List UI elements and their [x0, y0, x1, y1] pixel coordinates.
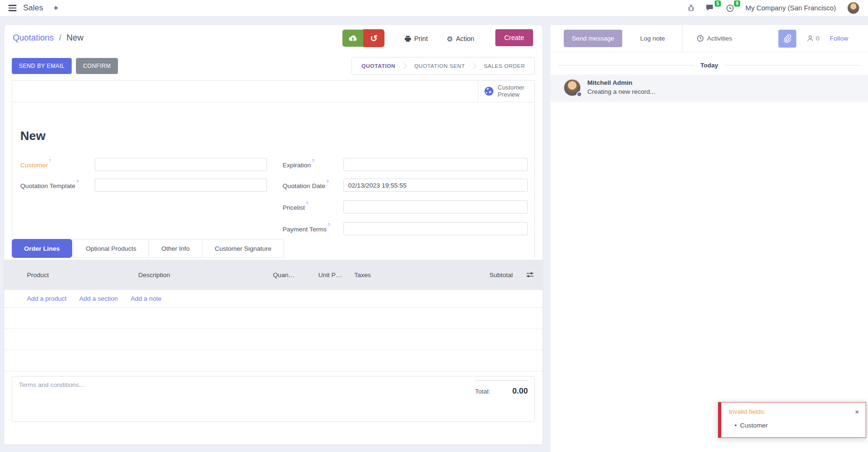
date-divider-label: Today: [701, 62, 718, 69]
empty-list-row: [4, 308, 542, 329]
new-tab-icon[interactable]: +: [54, 3, 58, 13]
top-navbar: Sales + 5 9 My Company (San Francisco): [0, 0, 868, 16]
terms-and-conditions-input[interactable]: [19, 381, 283, 388]
log-note-button[interactable]: Log note: [640, 35, 665, 42]
user-avatar[interactable]: [847, 2, 860, 14]
print-button[interactable]: Print: [404, 35, 428, 42]
breadcrumb-quotations[interactable]: Quotations: [13, 33, 54, 42]
form-sheet: Customer Preview New Customer? Quotation…: [12, 80, 535, 258]
cloud-upload-icon: [348, 35, 358, 42]
quotation-date-input[interactable]: [343, 179, 528, 192]
quotation-template-input[interactable]: [95, 179, 267, 192]
empty-list-row: [4, 350, 542, 371]
schedule-activity-button[interactable]: Activities: [697, 35, 732, 42]
column-description[interactable]: Description: [138, 271, 261, 279]
paperclip-icon: [783, 34, 792, 43]
pricelist-field-label: Pricelist?: [283, 203, 308, 211]
form-view-card: Quotations / New ↺ Print ⚙ Action Create: [4, 25, 542, 444]
help-marker-icon: ?: [312, 158, 314, 163]
hamburger-menu-icon[interactable]: [8, 5, 17, 11]
send-message-button[interactable]: Send message: [564, 30, 622, 47]
optional-columns-icon[interactable]: [526, 271, 534, 279]
messages-icon[interactable]: 5: [706, 4, 715, 12]
followers-count: 0: [816, 35, 819, 42]
action-menu-button[interactable]: ⚙ Action: [447, 35, 474, 42]
message-body: Creating a new record...: [587, 88, 655, 95]
help-marker-icon: ?: [326, 179, 329, 184]
column-quantity[interactable]: Quan…: [261, 271, 295, 279]
activities-label: Activities: [707, 35, 732, 42]
date-divider: Today: [558, 62, 860, 69]
help-marker-icon: ?: [328, 222, 330, 227]
customer-preview-label: Customer Preview: [498, 84, 528, 98]
discard-button[interactable]: ↺: [363, 29, 384, 47]
breadcrumb: Quotations / New: [13, 33, 83, 43]
gear-icon: ⚙: [447, 35, 453, 42]
customer-preview-button[interactable]: Customer Preview: [478, 81, 534, 102]
list-add-links-row: Add a product Add a section Add a note: [4, 290, 542, 308]
sheet-body: New Customer? Quotation Template? Expira…: [12, 102, 534, 258]
send-by-email-button[interactable]: SEND BY EMAIL: [12, 58, 72, 74]
app-menu-sales[interactable]: Sales: [23, 3, 43, 13]
column-subtotal[interactable]: Subtotal: [489, 271, 513, 279]
save-discard-cluster: ↺: [342, 29, 384, 47]
activities-count-badge: 9: [734, 0, 741, 7]
debug-bug-icon[interactable]: [687, 4, 695, 12]
help-marker-icon: ?: [49, 158, 51, 163]
payment-terms-field-label: Payment Terms?: [283, 225, 330, 233]
tab-customer-signature[interactable]: Customer Signature: [202, 239, 284, 258]
empty-list-row: [4, 329, 542, 350]
add-a-section-link[interactable]: Add a section: [79, 295, 118, 302]
presence-indicator: [576, 91, 582, 97]
print-label: Print: [414, 35, 428, 42]
printer-icon: [404, 35, 411, 42]
quotation-template-field-label: Quotation Template?: [20, 181, 79, 189]
payment-terms-input[interactable]: [343, 222, 528, 235]
notebook-tabs: Order Lines Optional Products Other Info…: [12, 239, 284, 258]
pricelist-input[interactable]: [343, 200, 528, 214]
expiration-input[interactable]: [343, 158, 528, 171]
status-bar: SEND BY EMAIL CONFIRM QUOTATION QUOTATIO…: [4, 52, 542, 80]
order-lines-header: Product Description Quan… Unit P… Taxes …: [4, 260, 542, 290]
undo-icon: ↺: [370, 33, 378, 44]
tab-order-lines[interactable]: Order Lines: [12, 239, 72, 258]
tab-other-info[interactable]: Other Info: [149, 239, 202, 258]
globe-icon: [484, 86, 494, 96]
messages-count-badge: 5: [715, 0, 721, 7]
stage-sales-order[interactable]: SALES ORDER: [476, 63, 533, 69]
help-marker-icon: ?: [306, 201, 308, 205]
stage-steps: QUOTATION QUOTATION SENT SALES ORDER: [351, 57, 535, 75]
message-author-name[interactable]: Mitchell Admin: [587, 79, 655, 86]
stage-quotation[interactable]: QUOTATION: [354, 63, 403, 69]
record-title: New: [20, 129, 45, 143]
action-label: Action: [456, 35, 474, 42]
bullet-icon: •: [734, 422, 737, 429]
quotation-date-field-label: Quotation Date?: [283, 181, 329, 189]
clock-icon: [697, 35, 704, 42]
add-a-product-link[interactable]: Add a product: [27, 295, 67, 302]
stage-quotation-sent[interactable]: QUOTATION SENT: [407, 63, 473, 69]
save-cloud-button[interactable]: [342, 29, 363, 47]
close-icon[interactable]: ×: [855, 408, 859, 415]
confirm-button[interactable]: CONFIRM: [76, 58, 118, 74]
total-value: 0.00: [512, 386, 528, 396]
column-taxes[interactable]: Taxes: [354, 271, 371, 279]
column-unit-price[interactable]: Unit P…: [295, 271, 342, 279]
add-a-note-link[interactable]: Add a note: [131, 295, 161, 302]
company-switcher[interactable]: My Company (San Francisco): [745, 4, 836, 12]
chatter-panel: Send message Log note Activities: [551, 25, 868, 452]
totals-block: Total: 0.00: [475, 380, 528, 396]
attach-files-button[interactable]: [778, 30, 796, 48]
customer-input[interactable]: [95, 158, 267, 171]
create-button[interactable]: Create: [495, 29, 533, 46]
chatter-message[interactable]: Mitchell Admin Creating a new record...: [551, 74, 868, 102]
follow-button[interactable]: Follow: [830, 35, 848, 42]
activities-clock-icon[interactable]: 9: [726, 4, 734, 12]
followers-counter[interactable]: 0: [807, 35, 819, 42]
person-icon: [807, 35, 814, 42]
help-marker-icon: ?: [76, 179, 79, 184]
total-label: Total:: [475, 388, 490, 395]
column-product[interactable]: Product: [27, 271, 138, 279]
tab-optional-products[interactable]: Optional Products: [73, 239, 149, 258]
customer-field-label: Customer?: [20, 161, 51, 169]
